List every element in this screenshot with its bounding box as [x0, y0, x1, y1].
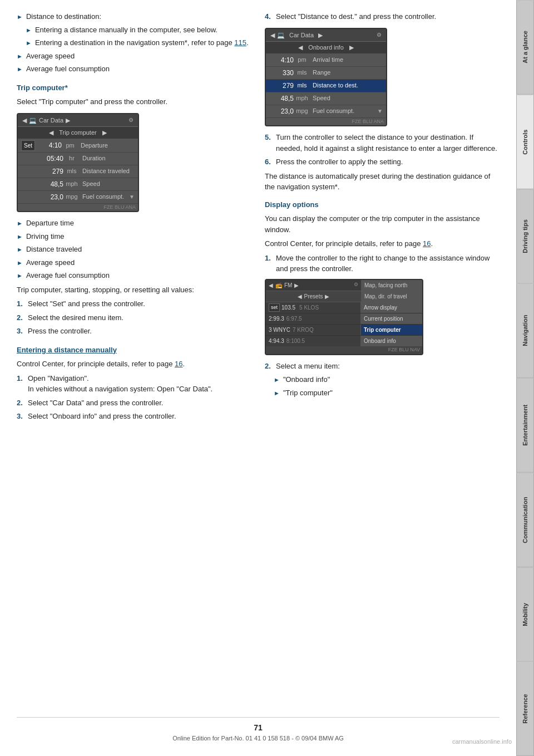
bullet-arrow-icon: ►: [17, 12, 23, 22]
control-center-ref: Control Center, for principle details, r…: [265, 238, 500, 249]
trip-computer-desc: Select "Trip computer" and press the con…: [17, 96, 251, 107]
bullet-arrow-dep: ►: [17, 219, 23, 228]
sub-bullet-departure: ► Departure time: [17, 218, 251, 229]
right-step-6: 6. Press the controller to apply the set…: [265, 156, 500, 168]
menu-arrow-2: ►: [274, 389, 280, 398]
sidebar-tab-reference[interactable]: Reference: [516, 661, 534, 756]
right-step-1: 1. Move the controller to the right to c…: [265, 253, 500, 274]
bullet-entering-manually: ► Entering a distance manually in the co…: [26, 24, 251, 36]
assist-row-4: 4:94.3 8:100.5 Onboard info: [266, 336, 422, 346]
screen-label: FZE BLU ANA: [18, 204, 138, 212]
page-link-16b[interactable]: 16: [423, 239, 431, 248]
step-2: 2. Select the desired menu item.: [17, 312, 251, 323]
auto-preset-text: The distance is automatically preset dur…: [265, 171, 500, 193]
bullet-arrow-drv: ►: [17, 232, 23, 242]
display-options-heading: Display options: [265, 199, 500, 210]
onboard-row-2: 330 mls Range: [266, 67, 386, 80]
onboard-screen-subheader: ◀ Onboard info ▶: [266, 42, 386, 54]
right-step-4: 4. Select "Distance to dest." and press …: [265, 11, 500, 22]
assist-row-3: 3 WNYC 7 KROQ Trip computer: [266, 325, 422, 336]
entering-step-2: 2. Select "Car Data" and press the contr…: [17, 397, 251, 409]
entering-step-1: 1. Open "Navigation".In vehicles without…: [17, 373, 251, 395]
bullet-avg-speed: ► Average speed: [17, 51, 251, 62]
trip-reset-desc: Trip computer, starting, stopping, or re…: [17, 284, 251, 296]
page-link-115[interactable]: 115: [234, 38, 246, 47]
trip-computer-heading: Trip computer*: [17, 82, 251, 94]
bullet-arrow-icon4: ►: [17, 65, 23, 74]
right-step-2: 2. Select a menu item:: [265, 361, 500, 372]
bullet-distance: ► Distance to destination:: [17, 11, 251, 22]
trip-computer-screen: ◀ 💻 Car Data ▶ ⚙ ◀ Trip computer ▶ Set: [17, 113, 139, 213]
onboard-row-4: 48,5 mph Speed: [266, 92, 386, 105]
bullet-avg-fuel: ► Average fuel consumption: [17, 63, 251, 75]
step-1: 1. Select "Set" and press the controller…: [17, 298, 251, 310]
trip-row-3: 279 mls Distance traveled: [18, 165, 138, 178]
sidebar-tab-driving-tips[interactable]: Driving tips: [516, 189, 534, 284]
sub-bullet-arrow-icon2: ►: [26, 38, 32, 48]
page-link-16a[interactable]: 16: [175, 360, 182, 368]
step-3: 3. Press the controller.: [17, 326, 251, 337]
bullet-arrow-dist: ►: [17, 245, 23, 254]
left-column: ► Distance to destination: ► Entering a …: [17, 11, 251, 706]
bullet-arrow-avg: ►: [17, 258, 23, 268]
onboard-row-1: 4:10 pm Arrival time: [266, 54, 386, 67]
watermark: carmanualsonline.info: [452, 738, 512, 745]
sidebar-tab-entertainment[interactable]: Entertainment: [516, 378, 534, 473]
sidebar-tab-communication[interactable]: Communication: [516, 473, 534, 567]
display-options-desc: You can display the computer or the trip…: [265, 213, 500, 235]
page-number: 71: [17, 723, 500, 732]
trip-row-4: 48,5 mph Speed: [18, 178, 138, 191]
sidebar-tabs: At a glance Controls Driving tips Naviga…: [516, 0, 534, 756]
sidebar-tab-navigation[interactable]: Navigation: [516, 283, 534, 378]
assist-row-2: 2:99.3 6:97.5 Current position: [266, 313, 422, 325]
menu-item-trip: ► "Trip computer": [274, 387, 500, 399]
onboard-screen-header: ◀ 💻 Car Data ▶ ⚙: [266, 29, 386, 42]
footer-text: Online Edition for Part-No. 01 41 0 158 …: [172, 735, 344, 742]
assist-row-1: set 103.5 5 KLOS Arrow display: [266, 302, 422, 314]
onboard-screen-label: FZE BLU ANA: [266, 118, 386, 126]
assist-subheader: ◀ Presets ▶ Map, dir. of travel: [266, 291, 422, 302]
screen-subheader: ◀ Trip computer ▶: [18, 127, 138, 139]
right-step-5: 5. Turn the controller to select the dis…: [265, 132, 500, 154]
onboard-screen: ◀ 💻 Car Data ▶ ⚙ ◀ Onboard info ▶ 4:10: [265, 28, 387, 127]
sub-bullet-avgspeed: ► Average speed: [17, 257, 251, 268]
sub-bullet-avgfuel: ► Average fuel consumption: [17, 270, 251, 281]
onboard-row-5: 23,0 mpg Fuel consumpt. ▼: [266, 105, 386, 118]
bullet-entering-nav: ► Entering a destination in the navigati…: [26, 37, 251, 48]
sidebar-tab-mobility[interactable]: Mobility: [516, 567, 534, 662]
assist-header: ◀ 📻 FM ▶ ⚙ Map, facing north: [266, 280, 422, 291]
screen-header: ◀ 💻 Car Data ▶ ⚙: [18, 114, 138, 127]
bullet-arrow-icon3: ►: [17, 52, 23, 61]
menu-item-onboard: ► "Onboard info": [274, 374, 500, 385]
entering-step-3: 3. Select "Onboard info" and press the c…: [17, 411, 251, 422]
sub-bullet-driving: ► Driving time: [17, 231, 251, 242]
bullet-arrow-avgfuel: ►: [17, 271, 23, 281]
assist-screen: ◀ 📻 FM ▶ ⚙ Map, facing north ◀ Presets: [265, 279, 423, 355]
entering-desc: Control Center, for principle details, r…: [17, 359, 251, 370]
trip-row-1: Set 4:10 pm Departure: [18, 139, 138, 153]
trip-row-2: 05:40 hr Duration: [18, 153, 138, 165]
sidebar-tab-at-a-glance[interactable]: At a glance: [516, 0, 534, 95]
sidebar-tab-controls[interactable]: Controls: [516, 95, 534, 189]
sub-bullet-arrow-icon: ►: [26, 26, 32, 35]
entering-heading: Entering a distance manually: [17, 345, 251, 356]
page-footer: 71 Online Edition for Part-No. 01 41 0 1…: [17, 717, 500, 745]
assist-screen-label: FZE BLU NAV: [266, 346, 422, 354]
menu-arrow-1: ►: [274, 375, 280, 385]
onboard-row-3: 279 mls Distance to dest.: [266, 80, 386, 92]
right-column: 4. Select "Distance to dest." and press …: [265, 11, 500, 706]
sub-bullet-distance: ► Distance traveled: [17, 244, 251, 255]
trip-row-5: 23,0 mpg Fuel consumpt. ▼: [18, 191, 138, 204]
